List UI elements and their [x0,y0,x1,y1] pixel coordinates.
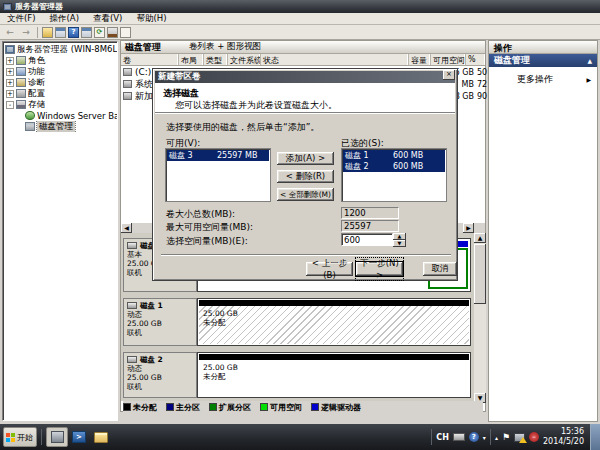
show-hidden-icons-icon[interactable]: ▴ [495,434,498,441]
submenu-arrow-icon: ▶ [586,76,591,83]
extra-tool-icon[interactable] [120,27,131,38]
available-disk-item[interactable]: 磁盘 3 25597 MB [167,150,269,161]
column-capacity[interactable]: 容量 [409,54,431,65]
scroll-up-icon[interactable]: ▲ [474,233,486,243]
selected-disk-item[interactable]: 磁盘 2 600 MB [343,161,445,172]
taskbar-powershell-button[interactable]: > [68,427,90,447]
forward-icon[interactable]: → [19,26,33,39]
column-free[interactable]: 可用空间 [431,54,466,65]
column-filesystem[interactable]: 文件系统 [228,54,261,65]
window-titlebar[interactable]: 服务器管理器 [0,0,600,13]
unallocated-region[interactable]: 25.00 GB 未分配 [199,306,469,344]
language-indicator[interactable]: CH [436,433,449,442]
server-manager-taskbar-icon [51,431,64,443]
spinner-up-icon[interactable]: ▲ [393,233,406,240]
tree-item-disk-management[interactable]: 磁盘管理 [3,121,117,132]
expand-icon[interactable]: + [6,68,14,76]
disk-2-row[interactable]: 磁盘 2 动态 25.00 GB 联机 25.00 GB 未分配 [123,352,471,398]
available-disks-listbox[interactable]: 磁盘 3 25597 MB [165,148,271,202]
start-button[interactable]: 开始 [3,427,37,447]
disk-kind: 动态 [127,364,196,373]
disk-1-graphic[interactable]: 25.00 GB 未分配 [197,298,471,346]
selected-disk-item[interactable]: 磁盘 1 600 MB [343,150,445,161]
refresh-icon[interactable]: ⟳ [94,27,105,38]
menu-view[interactable]: 查看(V) [86,13,129,25]
notification-error-icon[interactable]: – [529,432,539,442]
window-title: 服务器管理器 [15,1,63,12]
expand-icon[interactable]: + [6,57,14,65]
selected-disks-listbox[interactable]: 磁盘 1 600 MB 磁盘 2 600 MB [341,148,447,202]
menu-file[interactable]: 文件(F) [0,13,43,25]
graphical-view-vscrollbar[interactable]: ▲ ▼ [474,233,486,403]
actions-section-disk-management[interactable]: 磁盘管理 ▲ [489,54,597,67]
keyboard-icon[interactable] [453,433,465,441]
disk-1-row[interactable]: 磁盘 1 动态 25.00 GB 联机 25.00 GB 未分配 [123,298,471,346]
dialog-titlebar[interactable]: 新建带区卷 [155,71,455,83]
column-type[interactable]: 类型 [204,54,228,65]
disk-2-graphic[interactable]: 25.00 GB 未分配 [197,352,471,398]
disk-kind: 动态 [127,310,196,319]
tree-root[interactable]: 服务器管理器 (WIN-8M6LE9POV5 [3,44,117,55]
menu-action[interactable]: 操作(A) [43,13,86,25]
remove-button[interactable]: < 删除(R) [277,170,334,183]
more-actions-item[interactable]: 更多操作 ▶ [489,67,597,86]
dialog-close-icon[interactable]: × [443,70,455,80]
taskbar-explorer-button[interactable] [90,427,112,447]
unallocated-region[interactable]: 25.00 GB 未分配 [199,360,469,396]
collapse-section-icon[interactable]: ▲ [587,57,592,64]
ime-options-icon[interactable]: ▾ [483,434,486,441]
tree-item-configuration[interactable]: + 配置 [3,88,117,99]
help-icon[interactable]: ? [68,27,79,38]
volume-icon [123,80,132,88]
cancel-button[interactable]: 取消 [423,262,457,276]
scroll-left-icon[interactable]: ◀ [121,223,132,233]
back-button[interactable]: < 上一步(B) [306,262,353,276]
expand-icon[interactable]: + [6,90,14,98]
tree-item-diagnostics[interactable]: + 诊断 [3,77,117,88]
window-icon[interactable] [55,27,66,38]
taskbar-separator [41,429,42,445]
back-icon[interactable]: ← [3,26,17,39]
scroll-thumb[interactable] [474,244,486,304]
spinner-down-icon[interactable]: ▼ [393,240,406,247]
show-desktop-button[interactable] [590,424,600,450]
network-warning-icon[interactable] [514,433,525,442]
disk-item-size: 25597 MB [217,151,257,160]
column-volume[interactable]: 卷 [121,54,179,65]
dialog-subheading: 您可以选择磁盘并为此卷设置磁盘大小。 [175,99,337,112]
clock-date: 2014/5/20 [543,437,584,447]
taskbar-clock[interactable]: 15:36 2014/5/20 [543,427,586,447]
disk-1-label[interactable]: 磁盘 1 动态 25.00 GB 联机 [123,298,197,346]
backup-icon [25,111,35,120]
action-center-flag-icon[interactable]: ⚑ [502,432,510,442]
legend-extended-partition: 扩展分区 [209,402,251,413]
column-layout[interactable]: 布局 [179,54,204,65]
menu-help[interactable]: 帮助(H) [129,13,173,25]
properties-icon[interactable] [107,27,118,38]
add-button[interactable]: 添加(A) > [277,152,334,165]
select-space-input[interactable] [341,233,393,246]
tree-item-storage[interactable]: - 存储 [3,99,117,110]
disk-2-label[interactable]: 磁盘 2 动态 25.00 GB 联机 [123,352,197,398]
expand-icon[interactable]: + [6,79,14,87]
legend-label: 未分配 [133,402,157,413]
powershell-icon: > [72,431,86,443]
space-spinner[interactable]: ▲ ▼ [393,233,406,247]
collapse-icon[interactable]: - [6,101,14,109]
scroll-right-icon[interactable]: ▶ [463,223,474,233]
column-percent[interactable]: % [466,54,485,65]
tree-item-features[interactable]: + 功能 [3,66,117,77]
tray-separator [490,429,491,445]
tree-item-label: 磁盘管理 [37,121,75,132]
column-status[interactable]: 状态 [261,54,409,65]
tree-item-wsb[interactable]: Windows Server Backup [3,110,117,121]
tree-item-roles[interactable]: + 角色 [3,55,117,66]
window2-icon[interactable] [81,27,92,38]
next-button[interactable]: 下一步(N) > [355,261,404,277]
show-console-tree-icon[interactable] [42,27,53,38]
remove-all-button[interactable]: < 全部删除(M) [277,188,334,201]
ime-help-icon[interactable]: ? [469,432,479,442]
legend-unallocated: 未分配 [123,402,157,413]
actions-header: 操作 [489,41,597,54]
taskbar-server-manager-button[interactable] [46,427,68,447]
